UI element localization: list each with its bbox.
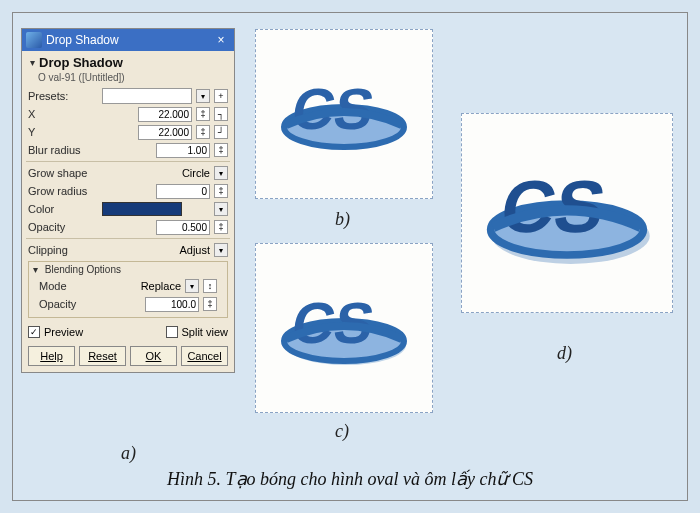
thumb-d: CS xyxy=(461,113,673,313)
presets-dropdown-icon[interactable]: ▾ xyxy=(196,89,210,103)
opacity-label: Opacity xyxy=(28,221,98,233)
label-d: d) xyxy=(557,343,572,364)
blending-options: ▾ Blending Options Mode Replace ▾ ↕ Opac… xyxy=(28,261,228,318)
color-label: Color xyxy=(28,203,98,215)
clipping-dropdown-icon[interactable]: ▾ xyxy=(214,243,228,257)
y-row: Y ‡ ┘ xyxy=(22,123,234,141)
cs-logo-b: CS xyxy=(274,59,414,169)
link-xy-icon[interactable]: ┐ xyxy=(214,107,228,121)
y-spin-icon[interactable]: ‡ xyxy=(196,125,210,139)
link-xy-bottom-icon[interactable]: ┘ xyxy=(214,125,228,139)
thumb-b: CS xyxy=(255,29,433,199)
split-label: Split view xyxy=(182,326,228,338)
opacity-spin-icon[interactable]: ‡ xyxy=(214,220,228,234)
grow-shape-row: Grow shape Circle ▾ xyxy=(22,164,234,182)
grow-shape-label: Grow shape xyxy=(28,167,98,179)
presets-label: Presets: xyxy=(28,90,98,102)
opacity-input[interactable] xyxy=(156,220,210,235)
app-icon xyxy=(26,32,42,48)
blend-opacity-input[interactable] xyxy=(145,297,199,312)
blur-input[interactable] xyxy=(156,143,210,158)
clipping-row: Clipping Adjust ▾ xyxy=(22,241,234,259)
blur-label: Blur radius xyxy=(28,144,98,156)
label-a: a) xyxy=(121,443,136,464)
presets-row: Presets: ▾ + xyxy=(22,87,234,105)
grow-radius-spin-icon[interactable]: ‡ xyxy=(214,184,228,198)
layer-subtitle: O val-91 ([Untitled]) xyxy=(22,72,234,87)
x-spin-icon[interactable]: ‡ xyxy=(196,107,210,121)
label-c: c) xyxy=(335,421,349,442)
blur-spin-icon[interactable]: ‡ xyxy=(214,143,228,157)
clipping-value: Adjust xyxy=(179,244,210,256)
y-input[interactable] xyxy=(138,125,192,140)
window-title: Drop Shadow xyxy=(46,33,119,47)
titlebar: Drop Shadow × xyxy=(22,29,234,51)
blur-row: Blur radius ‡ xyxy=(22,141,234,159)
blend-opacity-label: Opacity xyxy=(39,298,109,310)
dialog-buttons: Help Reset OK Cancel xyxy=(22,342,234,372)
filter-header: ▾ Drop Shadow xyxy=(22,51,234,72)
clipping-label: Clipping xyxy=(28,244,98,256)
help-button[interactable]: Help xyxy=(28,346,75,366)
opacity-row: Opacity ‡ xyxy=(22,218,234,236)
label-b: b) xyxy=(335,209,350,230)
presets-add-icon[interactable]: + xyxy=(214,89,228,103)
grow-radius-label: Grow radius xyxy=(28,185,98,197)
preview-label: Preview xyxy=(44,326,83,338)
mode-value: Replace xyxy=(141,280,181,292)
x-input[interactable] xyxy=(138,107,192,122)
ok-button[interactable]: OK xyxy=(130,346,177,366)
cancel-button[interactable]: Cancel xyxy=(181,346,228,366)
grow-radius-row: Grow radius ‡ xyxy=(22,182,234,200)
x-row: X ‡ ┐ xyxy=(22,105,234,123)
thumb-c: CS xyxy=(255,243,433,413)
filter-title: Drop Shadow xyxy=(39,55,123,70)
blend-opacity-spin-icon[interactable]: ‡ xyxy=(203,297,217,311)
presets-select[interactable] xyxy=(102,88,192,104)
color-row: Color ▾ xyxy=(22,200,234,218)
preview-checkbox[interactable]: ✓ xyxy=(28,326,40,338)
cs-logo-d: CS xyxy=(477,143,657,283)
grow-shape-value: Circle xyxy=(182,167,210,179)
grow-shape-dropdown-icon[interactable]: ▾ xyxy=(214,166,228,180)
blend-collapse-icon[interactable]: ▾ xyxy=(33,264,38,275)
reset-button[interactable]: Reset xyxy=(79,346,126,366)
preview-row: ✓ Preview Split view xyxy=(22,322,234,342)
mode-label: Mode xyxy=(39,280,109,292)
drop-shadow-dialog: Drop Shadow × ▾ Drop Shadow O val-91 ([U… xyxy=(21,28,235,373)
blend-title: Blending Options xyxy=(45,264,121,275)
figure-page: Drop Shadow × ▾ Drop Shadow O val-91 ([U… xyxy=(12,12,688,501)
x-label: X xyxy=(28,108,98,120)
figure-caption: Hình 5. Tạo bóng cho hình oval và ôm lấy… xyxy=(13,468,687,490)
cs-logo-c: CS xyxy=(274,273,414,383)
split-checkbox[interactable] xyxy=(166,326,178,338)
mode-aux-icon[interactable]: ↕ xyxy=(203,279,217,293)
blend-opacity-row: Opacity ‡ xyxy=(33,295,223,313)
grow-radius-input[interactable] xyxy=(156,184,210,199)
color-dropdown-icon[interactable]: ▾ xyxy=(214,202,228,216)
color-swatch[interactable] xyxy=(102,202,182,216)
mode-dropdown-icon[interactable]: ▾ xyxy=(185,279,199,293)
mode-row: Mode Replace ▾ ↕ xyxy=(33,277,223,295)
close-icon[interactable]: × xyxy=(212,33,230,47)
collapse-icon[interactable]: ▾ xyxy=(30,57,35,68)
y-label: Y xyxy=(28,126,98,138)
